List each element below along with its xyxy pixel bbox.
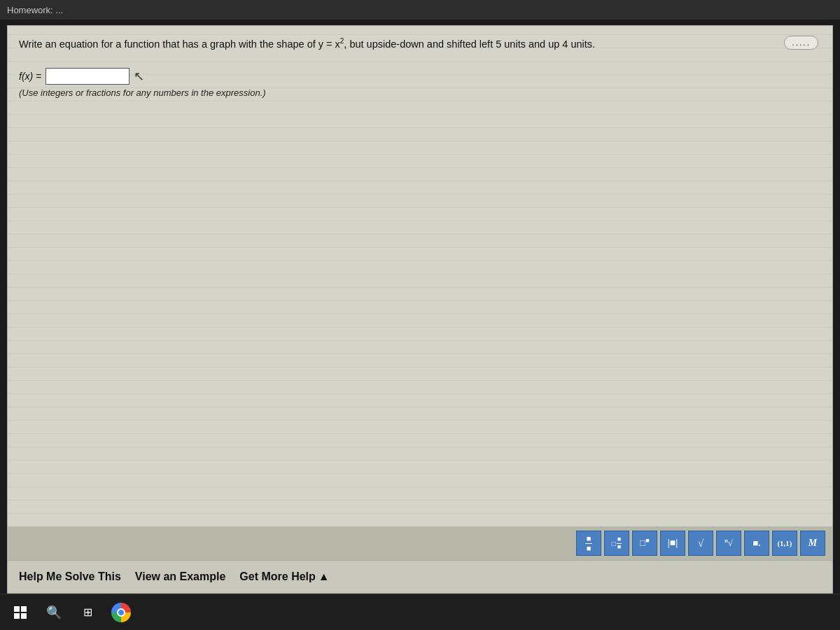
bottom-links-bar: Help Me Solve This View an Example Get M… [8, 560, 832, 593]
math-toolbar: ■ ■ □ ■ ■ □■ |■| √ [8, 526, 832, 560]
view-example-link[interactable]: View an Example [135, 570, 240, 583]
search-icon: 🔍 [46, 605, 62, 620]
fx-row: f(x) = ↖ [19, 68, 821, 85]
question-panel: Write an equation for a function that ha… [7, 25, 833, 594]
answer-area: f(x) = ↖ (Use integers or fractions for … [8, 59, 832, 105]
interval-button[interactable]: (1,1) [772, 531, 797, 556]
instruction-text: (Use integers or fractions for any numbe… [19, 88, 821, 98]
lined-area [8, 105, 832, 526]
fx-label: f(x) = [19, 71, 41, 82]
get-more-help-arrow: ▲ [318, 570, 330, 583]
decimal-button[interactable]: ■. [744, 531, 769, 556]
more-math-button[interactable]: M [800, 531, 825, 556]
top-bar-label: Homework: ... [7, 5, 63, 15]
nth-root-button[interactable]: n√ [716, 531, 741, 556]
get-more-help-label: Get More Help [239, 570, 315, 583]
more-options-button[interactable]: ..... [784, 36, 818, 50]
mixed-fraction-button[interactable]: □ ■ ■ [604, 531, 629, 556]
chrome-button[interactable] [106, 598, 136, 627]
top-bar: Homework: ... [0, 0, 840, 20]
help-me-solve-link[interactable]: Help Me Solve This [19, 570, 135, 583]
windows-icon [14, 606, 27, 619]
absolute-value-button[interactable]: |■| [660, 531, 685, 556]
fraction-button[interactable]: ■ ■ [576, 531, 601, 556]
taskbar: 🔍 ⊞ [0, 594, 840, 630]
search-button[interactable]: 🔍 [39, 598, 69, 627]
superscript-button[interactable]: □■ [632, 531, 657, 556]
get-more-help-button[interactable]: Get More Help ▲ [239, 570, 329, 583]
answer-input[interactable] [46, 68, 130, 85]
sqrt-button[interactable]: √ [688, 531, 713, 556]
task-view-icon: ⊞ [83, 606, 92, 619]
task-view-button[interactable]: ⊞ [73, 598, 102, 627]
chrome-icon [111, 603, 131, 622]
main-content: Write an equation for a function that ha… [0, 20, 840, 594]
question-text: Write an equation for a function that ha… [19, 38, 595, 50]
cursor-icon: ↖ [134, 69, 144, 84]
windows-start-button[interactable] [6, 598, 35, 627]
question-header: Write an equation for a function that ha… [8, 26, 832, 59]
